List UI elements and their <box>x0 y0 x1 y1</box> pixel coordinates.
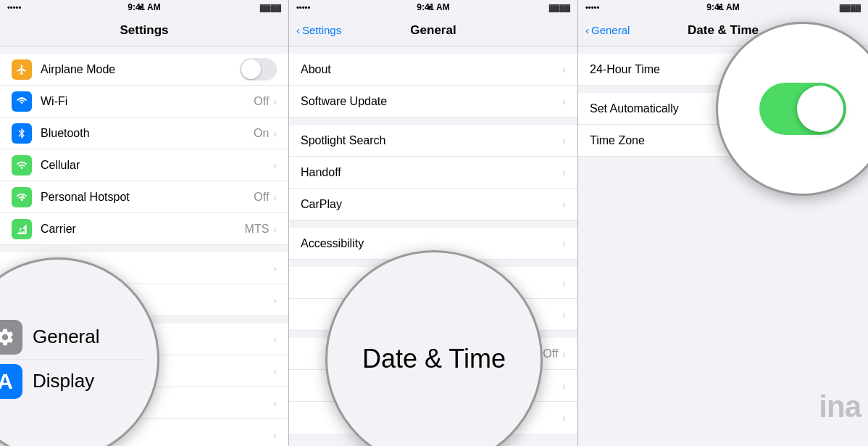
general-icon <box>0 320 22 355</box>
wifi-value: Off <box>254 95 269 108</box>
battery-area-right: ▓▓▓▓ <box>840 4 861 12</box>
hotspot-value: Off <box>254 191 269 204</box>
row-carrier[interactable]: Carrier MTS › <box>0 213 288 245</box>
battery-left: ▓▓▓▓ <box>260 4 281 12</box>
hotspot-label: Personal Hotspot <box>41 191 254 204</box>
signal-right: ••••• <box>585 3 599 12</box>
zoom-mid-text: Date & Time <box>362 344 506 374</box>
bluetooth-chevron: › <box>273 128 277 139</box>
watermark-text: ina <box>819 389 861 424</box>
battery-area-left: ▓▓▓▓ <box>260 4 281 12</box>
carplay-label: CarPlay <box>301 198 562 211</box>
accessibility-label: Accessibility <box>301 237 562 250</box>
handoff-label: Handoff <box>301 166 562 179</box>
right-panel: ••••• ▾ 9:41 AM ▓▓▓▓ ‹ General Date & Ti… <box>578 0 868 446</box>
sep-mid-3 <box>289 220 577 228</box>
left-panel: ••••• ▾ 9:41 AM ▓▓▓▓ Settings Airplane M… <box>0 0 289 446</box>
row-about[interactable]: About › <box>289 54 577 86</box>
software-label: Software Update <box>301 95 562 108</box>
back-button-right[interactable]: ‹ General <box>585 24 630 36</box>
carrier-label: Carrier <box>41 223 245 236</box>
back-button-mid[interactable]: ‹ Settings <box>296 24 341 36</box>
about-chevron: › <box>562 64 566 75</box>
status-bar-mid: ••••• ▾ 9:41 AM ▓▓▓▓ <box>289 0 577 15</box>
airplane-toggle[interactable] <box>240 58 277 80</box>
sep-mid-1 <box>289 46 577 54</box>
status-bar-right: ••••• ▾ 9:41 AM ▓▓▓▓ <box>578 0 868 15</box>
big-toggle[interactable] <box>759 83 846 135</box>
hotspot-icon <box>12 187 32 207</box>
row-airplane[interactable]: Airplane Mode <box>0 54 288 86</box>
separator <box>0 46 288 54</box>
nav-bar-left: Settings <box>0 15 288 46</box>
display-icon: A <box>0 364 22 399</box>
cellular-chevron: › <box>273 160 277 171</box>
battery-mid: ▓▓▓▓ <box>549 4 570 12</box>
back-label-right: General <box>591 24 630 36</box>
spotlight-chevron: › <box>562 135 566 146</box>
sep-mid-2 <box>289 117 577 125</box>
nav-title-left: Settings <box>120 23 168 38</box>
row-software-update[interactable]: Software Update › <box>289 86 577 117</box>
carrier-value: MTS <box>245 223 270 236</box>
battery-right: ▓▓▓▓ <box>840 4 861 12</box>
middle-panel: ••••• ▾ 9:41 AM ▓▓▓▓ ‹ Settings General … <box>289 0 578 446</box>
signal-left: ••••• <box>7 3 21 12</box>
display-label: Display <box>33 370 94 392</box>
row-hotspot[interactable]: Personal Hotspot Off › <box>0 181 288 213</box>
airplane-label: Airplane Mode <box>41 63 240 76</box>
bluetooth-icon <box>12 123 32 144</box>
row-cellular[interactable]: Cellular › <box>0 149 288 181</box>
wifi-chevron: › <box>273 96 277 107</box>
about-label: About <box>301 63 562 76</box>
row-handoff[interactable]: Handoff › <box>289 157 577 189</box>
signal-mid: ••••• <box>296 3 310 12</box>
zoomed-general[interactable]: General <box>0 315 143 360</box>
row-spotlight[interactable]: Spotlight Search › <box>289 125 577 157</box>
battery-area-mid: ▓▓▓▓ <box>549 4 570 12</box>
wifi-label: Wi-Fi <box>41 95 254 108</box>
software-chevron: › <box>562 96 566 107</box>
back-chevron-right: ‹ <box>585 24 589 36</box>
bluetooth-label: Bluetooth <box>41 127 254 140</box>
airplane-toggle-circle <box>241 59 261 79</box>
accessibility-chevron: › <box>562 238 566 249</box>
wifi-icon <box>12 91 32 112</box>
off-value: Off <box>543 347 558 360</box>
carrier-chevron: › <box>273 223 277 235</box>
sep2 <box>0 245 288 252</box>
row-carplay[interactable]: CarPlay › <box>289 189 577 220</box>
time-right: 9:41 AM <box>706 2 740 12</box>
big-toggle-circle <box>797 86 843 132</box>
time-left: 9:41 AM <box>128 2 161 12</box>
row-bluetooth[interactable]: Bluetooth On › <box>0 117 288 149</box>
bluetooth-value: On <box>254 127 269 140</box>
carplay-chevron: › <box>562 199 566 210</box>
hotspot-chevron: › <box>273 191 277 203</box>
zoomed-display[interactable]: A Display <box>0 360 143 403</box>
status-bar-left: ••••• ▾ 9:41 AM ▓▓▓▓ <box>0 0 288 15</box>
handoff-chevron: › <box>562 167 566 178</box>
back-label-mid: Settings <box>302 24 341 36</box>
time-mid: 9:41 AM <box>417 2 450 12</box>
carrier-icon <box>12 219 32 239</box>
airplane-icon <box>12 59 32 80</box>
general-label: General <box>33 326 100 348</box>
nav-title-mid: General <box>410 23 456 38</box>
cellular-label: Cellular <box>41 159 273 172</box>
cellular-icon <box>12 155 32 175</box>
back-chevron-mid: ‹ <box>296 24 300 36</box>
row-wifi[interactable]: Wi-Fi Off › <box>0 86 288 117</box>
spotlight-label: Spotlight Search <box>301 134 562 147</box>
off-chevron: › <box>562 348 566 360</box>
nav-bar-mid: ‹ Settings General <box>289 15 577 46</box>
nav-title-right: Date & Time <box>688 23 759 38</box>
